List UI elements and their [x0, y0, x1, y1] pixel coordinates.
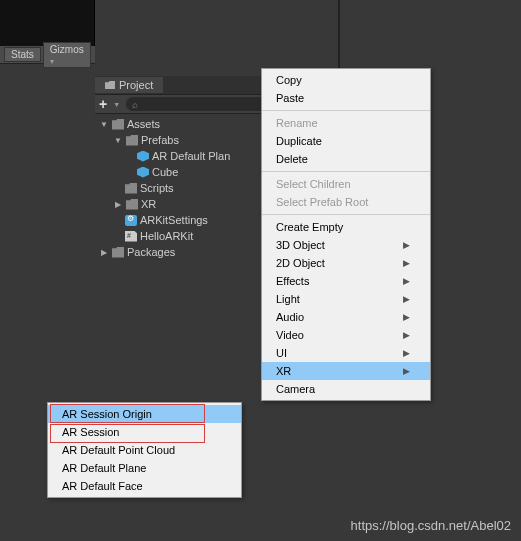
- menu-copy[interactable]: Copy: [262, 71, 430, 89]
- tree-label: AR Default Plan: [152, 150, 230, 162]
- menu-xr[interactable]: XR▶: [262, 362, 430, 380]
- tree-label: Prefabs: [141, 134, 179, 146]
- menu-ui[interactable]: UI▶: [262, 344, 430, 362]
- submenu-arrow-icon: ▶: [403, 240, 410, 250]
- scene-viewport: [0, 0, 95, 46]
- menu-separator: [262, 214, 430, 215]
- folder-icon: [126, 199, 138, 210]
- viewport-toolbar: Stats Gizmos: [0, 46, 95, 64]
- settings-asset-icon: [125, 215, 137, 226]
- tree-label: Cube: [152, 166, 178, 178]
- tree-label: Scripts: [140, 182, 174, 194]
- tree-label: XR: [141, 198, 156, 210]
- watermark: https://blog.csdn.net/Abel02: [351, 518, 511, 533]
- menu-video[interactable]: Video▶: [262, 326, 430, 344]
- menu-select-prefab-root: Select Prefab Root: [262, 193, 430, 211]
- expand-icon[interactable]: ▼: [113, 136, 123, 145]
- submenu-arrow-icon: ▶: [403, 294, 410, 304]
- tree-label: Assets: [127, 118, 160, 130]
- menu-separator: [262, 171, 430, 172]
- submenu-ar-session[interactable]: AR Session: [48, 423, 241, 441]
- menu-paste[interactable]: Paste: [262, 89, 430, 107]
- tab-label: Project: [119, 79, 153, 91]
- menu-camera[interactable]: Camera: [262, 380, 430, 398]
- submenu-arrow-icon: ▶: [403, 276, 410, 286]
- expand-icon[interactable]: ▼: [99, 120, 109, 129]
- menu-separator: [262, 110, 430, 111]
- menu-light[interactable]: Light▶: [262, 290, 430, 308]
- panel-divider: [338, 0, 340, 68]
- menu-duplicate[interactable]: Duplicate: [262, 132, 430, 150]
- context-menu: Copy Paste Rename Duplicate Delete Selec…: [261, 68, 431, 401]
- search-icon: ⌕: [132, 99, 138, 110]
- tree-label: HelloARKit: [140, 230, 193, 242]
- menu-select-children: Select Children: [262, 175, 430, 193]
- create-button[interactable]: +: [99, 96, 107, 112]
- gizmos-dropdown[interactable]: Gizmos: [43, 42, 91, 68]
- prefab-icon: [137, 151, 149, 162]
- submenu-arrow-icon: ▶: [403, 348, 410, 358]
- folder-icon: [126, 135, 138, 146]
- menu-2d-object[interactable]: 2D Object▶: [262, 254, 430, 272]
- tree-label: Packages: [127, 246, 175, 258]
- submenu-ar-session-origin[interactable]: AR Session Origin: [48, 405, 241, 423]
- xr-submenu: AR Session Origin AR Session AR Default …: [47, 402, 242, 498]
- tree-label: ARKitSettings: [140, 214, 208, 226]
- submenu-arrow-icon: ▶: [403, 366, 410, 376]
- folder-icon: [105, 81, 115, 89]
- menu-rename: Rename: [262, 114, 430, 132]
- submenu-arrow-icon: ▶: [403, 312, 410, 322]
- folder-icon: [112, 119, 124, 130]
- tab-project[interactable]: Project: [95, 77, 163, 93]
- menu-create-empty[interactable]: Create Empty: [262, 218, 430, 236]
- submenu-ar-default-point-cloud[interactable]: AR Default Point Cloud: [48, 441, 241, 459]
- menu-effects[interactable]: Effects▶: [262, 272, 430, 290]
- folder-icon: [112, 247, 124, 258]
- prefab-icon: [137, 167, 149, 178]
- menu-3d-object[interactable]: 3D Object▶: [262, 236, 430, 254]
- create-dropdown-icon: ▼: [113, 101, 120, 108]
- submenu-ar-default-plane[interactable]: AR Default Plane: [48, 459, 241, 477]
- submenu-arrow-icon: ▶: [403, 330, 410, 340]
- menu-delete[interactable]: Delete: [262, 150, 430, 168]
- menu-audio[interactable]: Audio▶: [262, 308, 430, 326]
- submenu-ar-default-face[interactable]: AR Default Face: [48, 477, 241, 495]
- expand-icon[interactable]: ▶: [99, 248, 109, 257]
- stats-button[interactable]: Stats: [4, 47, 41, 62]
- submenu-arrow-icon: ▶: [403, 258, 410, 268]
- script-icon: [125, 231, 137, 242]
- folder-icon: [125, 183, 137, 194]
- expand-icon[interactable]: ▶: [113, 200, 123, 209]
